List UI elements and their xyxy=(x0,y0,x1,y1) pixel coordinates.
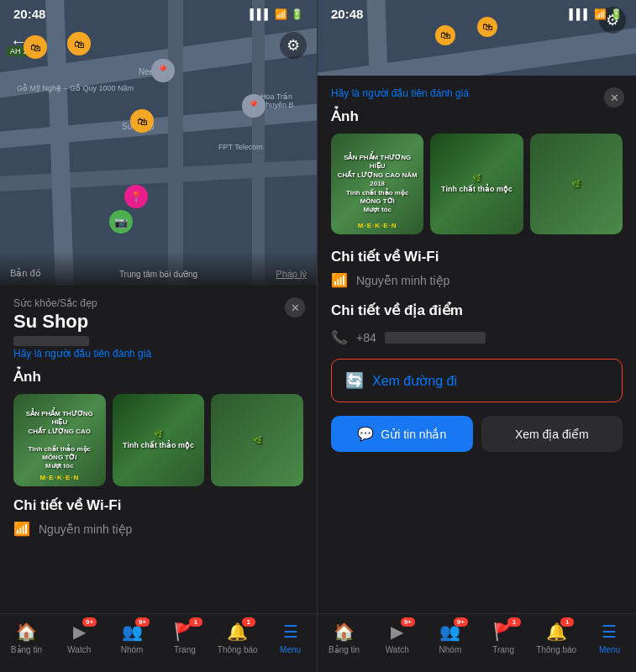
map-pin-fpt[interactable]: 📷 xyxy=(109,210,133,234)
battery-icon: 🔋 xyxy=(291,8,303,20)
right-photo-thumb-1[interactable]: SẢN PHẨM THƯƠNG HIỆUCHẤT LƯỢNG CAO NĂM 2… xyxy=(331,134,423,234)
right-photo-thumb-2[interactable]: 🌿Tinh chất thảo mộc xyxy=(430,134,523,234)
sheet-category: Sức khỏe/Sắc đẹp xyxy=(13,297,303,309)
herb-visual-2: 🌿Tinh chất thảo mộc xyxy=(113,394,205,486)
tab-watch[interactable]: ▶ 9+ Watch xyxy=(53,621,106,654)
right-tab-label-nhom: Nhóm xyxy=(439,645,462,654)
right-tab-menu[interactable]: ☰ Menu xyxy=(583,621,636,654)
wifi-icon: 📶 xyxy=(275,8,287,20)
right-map-pin-1[interactable]: 🛍 xyxy=(435,25,455,45)
map-pin-location[interactable]: 📍 xyxy=(124,185,148,208)
right-tab-thong-bao[interactable]: 🔔 1 Thông báo xyxy=(530,621,583,654)
map-label-go-my: Gỗ Mỹ Nghệ – Gỗ Quy 1000 Năm xyxy=(17,84,134,92)
photos-row: SẢN PHẨM THƯƠNG HIỆUCHẤT LƯỢNG CAOTinh c… xyxy=(13,394,303,486)
tab-menu[interactable]: ☰ Menu xyxy=(264,621,317,654)
phone-value[interactable]: +84 xyxy=(356,331,376,344)
right-status-icons: ▌▌▌ 📶 🔋 xyxy=(569,8,623,20)
thong-bao-badge: 1 xyxy=(242,617,255,627)
map-bottom-labels: Bản đồ Trung tâm bồi dưỡng Pháp lý xyxy=(0,251,317,286)
right-photos-row: SẢN PHẨM THƯƠNG HIỆUCHẤT LƯỢNG CAO NĂM 2… xyxy=(331,134,623,234)
first-review-link[interactable]: Hãy là người đầu tiên đánh giá xyxy=(13,348,303,360)
right-tab-bang-tin[interactable]: 🏠 Bảng tin xyxy=(318,621,371,654)
map-area[interactable]: AH 17 Needle Gỗ Mỹ Nghệ – Gỗ Quy 1000 Nă… xyxy=(0,0,317,286)
tab-icon-wrap-thong-bao: 🔔 1 xyxy=(227,621,249,643)
right-wifi-name: Nguyễn minh tiệp xyxy=(356,274,449,287)
wifi-section-title: Chi tiết về Wi-Fi xyxy=(13,496,303,514)
right-tab-watch[interactable]: ▶ 9+ Watch xyxy=(371,621,423,654)
right-tab-icon-wrap-watch: ▶ 9+ xyxy=(386,621,408,643)
sheet-title: Su Shop xyxy=(13,311,303,333)
right-herb-overlay: SẢN PHẨM THƯƠNG HIỆUCHẤT LƯỢNG CAO NĂM 2… xyxy=(336,154,419,215)
right-first-review[interactable]: Hãy là người đầu tiên đánh giá xyxy=(331,87,623,99)
right-detail-sheet: ✕ Hãy là người đầu tiên đánh giá Ảnh SẢN… xyxy=(318,76,636,613)
right-meeken-label: M·E·K·E·N xyxy=(358,222,397,229)
messenger-icon: 💬 xyxy=(357,426,374,442)
directions-label: Xem đường đi xyxy=(372,373,457,389)
photo-thumb-3[interactable]: 🌿 xyxy=(211,394,303,486)
map-pin-su-shop[interactable]: 🛍 xyxy=(130,109,154,133)
right-herb-visual-2: 🌿Tinh chất thảo mộc xyxy=(430,134,523,234)
signal-icon: ▌▌▌ xyxy=(250,8,271,20)
right-close-button[interactable]: ✕ xyxy=(604,87,624,108)
tab-label-bang-tin: Bảng tin xyxy=(11,645,42,654)
map-pin-shop2[interactable]: 🛍 xyxy=(67,32,91,55)
right-wifi-signal-icon: 📶 xyxy=(331,272,348,288)
right-wifi-row: 📶 Nguyễn minh tiệp xyxy=(331,272,623,288)
map-pin-shop1[interactable]: 🛍 xyxy=(24,35,47,59)
tab-trang[interactable]: 🚩 1 Trang xyxy=(158,621,211,654)
left-status-bar: 20:48 ▌▌▌ 📶 🔋 xyxy=(0,0,317,24)
trang-badge: 1 xyxy=(189,617,202,627)
right-wifi-icon: 📶 xyxy=(594,8,607,20)
tab-bang-tin[interactable]: 🏠 Bảng tin xyxy=(0,621,53,654)
right-photo-thumb-3[interactable]: 🌿 xyxy=(530,134,623,234)
rating-blurred xyxy=(13,336,89,346)
right-tab-trang[interactable]: 🚩 1 Trang xyxy=(477,621,530,654)
tab-icon-wrap-bang-tin: 🏠 xyxy=(15,621,37,643)
send-message-button[interactable]: 💬 Gửi tin nhắn xyxy=(331,416,473,452)
close-button[interactable]: ✕ xyxy=(285,297,305,318)
right-tab-icon-wrap-trang: 🚩 1 xyxy=(492,621,514,643)
right-tab-bar: 🏠 Bảng tin ▶ 9+ Watch 👥 9+ Nhóm 🚩 1 Tran… xyxy=(318,613,636,672)
right-tab-label-thong-bao: Thông báo xyxy=(536,645,576,654)
action-buttons: 💬 Gửi tin nhắn Xem địa điểm xyxy=(331,416,623,452)
directions-button[interactable]: 🔄 Xem đường đi xyxy=(331,359,623,402)
tab-label-trang: Trang xyxy=(174,645,196,654)
map-phap-ly-link[interactable]: Pháp lý xyxy=(276,269,307,279)
wifi-section: Chi tiết về Wi-Fi 📶 Nguyễn minh tiệp xyxy=(13,496,303,537)
map-label-fpt: FPT Telecom xyxy=(218,143,263,151)
rating-bar xyxy=(13,336,303,346)
right-tab-icon-wrap-bang-tin: 🏠 xyxy=(334,621,355,643)
right-tab-icon-wrap-menu: ☰ xyxy=(598,621,620,643)
right-photos-label: Ảnh xyxy=(331,108,623,125)
map-pin-hoa-tran[interactable]: 📍 xyxy=(242,94,265,118)
menu-icon: ☰ xyxy=(283,622,298,642)
tab-icon-wrap-menu: ☰ xyxy=(280,621,302,643)
right-tab-icon-wrap-thong-bao: 🔔 1 xyxy=(545,621,567,643)
tab-thong-bao[interactable]: 🔔 1 Thông báo xyxy=(211,621,264,654)
view-location-button[interactable]: Xem địa điểm xyxy=(481,416,623,452)
right-nhom-badge: 9+ xyxy=(454,617,468,627)
herb-overlay-text: SẢN PHẨM THƯƠNG HIỆUCHẤT LƯỢNG CAOTinh c… xyxy=(18,410,101,471)
phone-blurred xyxy=(385,332,486,344)
right-tab-label-menu: Menu xyxy=(599,645,620,654)
tab-nhom[interactable]: 👥 9+ Nhóm xyxy=(106,621,159,654)
left-status-icons: ▌▌▌ 📶 🔋 xyxy=(250,8,303,20)
right-watch-badge: 9+ xyxy=(401,617,415,627)
photo-thumb-1[interactable]: SẢN PHẨM THƯƠNG HIỆUCHẤT LƯỢNG CAOTinh c… xyxy=(13,394,106,486)
left-phone-panel: AH 17 Needle Gỗ Mỹ Nghệ – Gỗ Quy 1000 Nă… xyxy=(0,0,318,672)
right-tab-nhom[interactable]: 👥 9+ Nhóm xyxy=(423,621,476,654)
tab-label-menu: Menu xyxy=(280,645,301,654)
map-settings-button[interactable]: ⚙ xyxy=(280,32,307,59)
map-pin-needle[interactable]: 📍 xyxy=(151,59,175,82)
map-road xyxy=(318,24,636,76)
wifi-name: Nguyễn minh tiệp xyxy=(39,522,132,536)
map-back-button[interactable]: ← xyxy=(10,32,27,51)
right-wifi-section-title: Chi tiết về Wi-Fi xyxy=(331,248,623,265)
right-tab-icon-wrap-nhom: 👥 9+ xyxy=(439,621,461,643)
directions-btn-row: 🔄 Xem đường đi xyxy=(331,359,623,402)
right-map-area[interactable]: 🛍 🛍 20:48 ▌▌▌ 📶 🔋 ← ⚙ xyxy=(318,0,636,76)
right-tab-label-watch: Watch xyxy=(386,645,409,654)
tab-icon-wrap-nhom: 👥 9+ xyxy=(121,621,143,643)
right-wifi-section: Chi tiết về Wi-Fi 📶 Nguyễn minh tiệp xyxy=(331,248,623,288)
photo-thumb-2[interactable]: 🌿Tinh chất thảo mộc xyxy=(113,394,205,486)
